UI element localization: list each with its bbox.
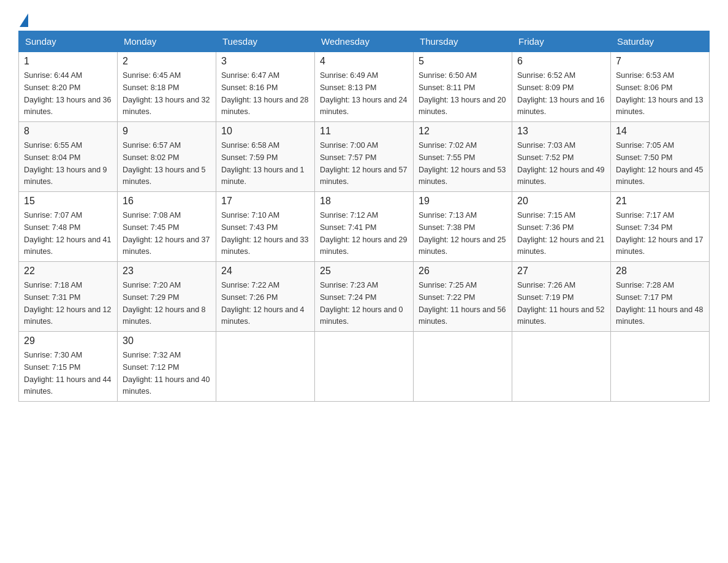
calendar-cell: 5 Sunrise: 6:50 AMSunset: 8:11 PMDayligh… [414, 52, 512, 122]
calendar-cell: 7 Sunrise: 6:53 AMSunset: 8:06 PMDayligh… [611, 52, 710, 122]
day-info: Sunrise: 6:44 AMSunset: 8:20 PMDaylight:… [24, 71, 111, 116]
weekday-header-row: SundayMondayTuesdayWednesdayThursdayFrid… [19, 31, 710, 52]
day-number: 6 [517, 56, 605, 67]
weekday-header-thursday: Thursday [414, 31, 512, 52]
day-info: Sunrise: 7:25 AMSunset: 7:22 PMDaylight:… [419, 281, 506, 326]
day-info: Sunrise: 7:15 AMSunset: 7:36 PMDaylight:… [517, 211, 604, 256]
day-info: Sunrise: 7:26 AMSunset: 7:19 PMDaylight:… [517, 281, 604, 326]
day-number: 26 [419, 266, 507, 277]
day-number: 29 [24, 335, 112, 347]
day-number: 25 [320, 266, 408, 277]
calendar-cell: 19 Sunrise: 7:13 AMSunset: 7:38 PMDaylig… [414, 192, 512, 262]
calendar-week-row: 1 Sunrise: 6:44 AMSunset: 8:20 PMDayligh… [19, 52, 710, 122]
calendar-cell: 10 Sunrise: 6:58 AMSunset: 7:59 PMDaylig… [216, 122, 315, 192]
day-info: Sunrise: 7:10 AMSunset: 7:43 PMDaylight:… [221, 211, 308, 256]
weekday-header-sunday: Sunday [19, 31, 118, 52]
day-number: 24 [221, 266, 309, 277]
day-number: 2 [123, 56, 211, 67]
calendar-cell: 24 Sunrise: 7:22 AMSunset: 7:26 PMDaylig… [216, 262, 315, 332]
day-info: Sunrise: 6:52 AMSunset: 8:09 PMDaylight:… [517, 71, 604, 116]
calendar-cell: 16 Sunrise: 7:08 AMSunset: 7:45 PMDaylig… [118, 192, 216, 262]
calendar-week-row: 8 Sunrise: 6:55 AMSunset: 8:04 PMDayligh… [19, 122, 710, 192]
calendar-cell: 9 Sunrise: 6:57 AMSunset: 8:02 PMDayligh… [118, 122, 216, 192]
calendar-cell: 13 Sunrise: 7:03 AMSunset: 7:52 PMDaylig… [512, 122, 611, 192]
day-info: Sunrise: 7:07 AMSunset: 7:48 PMDaylight:… [24, 211, 111, 256]
logo [18, 12, 28, 25]
day-number: 4 [320, 56, 408, 67]
calendar-cell: 12 Sunrise: 7:02 AMSunset: 7:55 PMDaylig… [414, 122, 512, 192]
calendar-cell: 1 Sunrise: 6:44 AMSunset: 8:20 PMDayligh… [19, 52, 118, 122]
day-number: 23 [123, 266, 211, 277]
calendar-cell: 21 Sunrise: 7:17 AMSunset: 7:34 PMDaylig… [611, 192, 710, 262]
day-info: Sunrise: 7:03 AMSunset: 7:52 PMDaylight:… [517, 141, 604, 186]
day-number: 11 [320, 126, 408, 137]
day-number: 1 [24, 56, 112, 67]
day-number: 8 [24, 126, 112, 137]
logo-triangle-icon [20, 13, 28, 27]
calendar-cell: 17 Sunrise: 7:10 AMSunset: 7:43 PMDaylig… [216, 192, 315, 262]
day-number: 18 [320, 196, 408, 207]
calendar-cell [315, 332, 414, 402]
day-info: Sunrise: 6:57 AMSunset: 8:02 PMDaylight:… [123, 141, 206, 186]
day-number: 15 [24, 196, 112, 207]
day-info: Sunrise: 6:50 AMSunset: 8:11 PMDaylight:… [419, 71, 506, 116]
day-number: 19 [419, 196, 507, 207]
calendar-cell: 29 Sunrise: 7:30 AMSunset: 7:15 PMDaylig… [19, 332, 118, 402]
day-info: Sunrise: 7:22 AMSunset: 7:26 PMDaylight:… [221, 281, 305, 326]
calendar-cell: 15 Sunrise: 7:07 AMSunset: 7:48 PMDaylig… [19, 192, 118, 262]
calendar-cell [414, 332, 512, 402]
calendar-cell [611, 332, 710, 402]
calendar-cell: 6 Sunrise: 6:52 AMSunset: 8:09 PMDayligh… [512, 52, 611, 122]
calendar-week-row: 15 Sunrise: 7:07 AMSunset: 7:48 PMDaylig… [19, 192, 710, 262]
calendar-cell: 27 Sunrise: 7:26 AMSunset: 7:19 PMDaylig… [512, 262, 611, 332]
calendar-cell: 8 Sunrise: 6:55 AMSunset: 8:04 PMDayligh… [19, 122, 118, 192]
calendar-table: SundayMondayTuesdayWednesdayThursdayFrid… [18, 31, 710, 402]
day-info: Sunrise: 6:45 AMSunset: 8:18 PMDaylight:… [123, 71, 210, 116]
weekday-header-friday: Friday [512, 31, 611, 52]
calendar-cell: 28 Sunrise: 7:28 AMSunset: 7:17 PMDaylig… [611, 262, 710, 332]
day-info: Sunrise: 6:58 AMSunset: 7:59 PMDaylight:… [221, 141, 305, 186]
day-number: 9 [123, 126, 211, 137]
day-number: 30 [123, 335, 211, 347]
calendar-cell: 22 Sunrise: 7:18 AMSunset: 7:31 PMDaylig… [19, 262, 118, 332]
day-info: Sunrise: 7:20 AMSunset: 7:29 PMDaylight:… [123, 281, 206, 326]
calendar-cell: 26 Sunrise: 7:25 AMSunset: 7:22 PMDaylig… [414, 262, 512, 332]
day-number: 5 [419, 56, 507, 67]
calendar-cell: 14 Sunrise: 7:05 AMSunset: 7:50 PMDaylig… [611, 122, 710, 192]
day-number: 21 [616, 196, 704, 207]
page-header [18, 12, 710, 25]
day-info: Sunrise: 7:32 AMSunset: 7:12 PMDaylight:… [123, 351, 210, 396]
day-number: 28 [616, 266, 704, 277]
day-number: 22 [24, 266, 112, 277]
day-info: Sunrise: 7:18 AMSunset: 7:31 PMDaylight:… [24, 281, 111, 326]
day-number: 12 [419, 126, 507, 137]
day-info: Sunrise: 6:53 AMSunset: 8:06 PMDaylight:… [616, 71, 703, 116]
day-number: 7 [616, 56, 704, 67]
calendar-cell: 11 Sunrise: 7:00 AMSunset: 7:57 PMDaylig… [315, 122, 414, 192]
calendar-cell: 20 Sunrise: 7:15 AMSunset: 7:36 PMDaylig… [512, 192, 611, 262]
calendar-cell: 23 Sunrise: 7:20 AMSunset: 7:29 PMDaylig… [118, 262, 216, 332]
day-info: Sunrise: 7:28 AMSunset: 7:17 PMDaylight:… [616, 281, 703, 326]
day-number: 3 [221, 56, 309, 67]
calendar-week-row: 29 Sunrise: 7:30 AMSunset: 7:15 PMDaylig… [19, 332, 710, 402]
day-number: 27 [517, 266, 605, 277]
calendar-cell: 3 Sunrise: 6:47 AMSunset: 8:16 PMDayligh… [216, 52, 315, 122]
day-info: Sunrise: 7:17 AMSunset: 7:34 PMDaylight:… [616, 211, 703, 256]
calendar-cell [216, 332, 315, 402]
calendar-cell: 25 Sunrise: 7:23 AMSunset: 7:24 PMDaylig… [315, 262, 414, 332]
day-number: 16 [123, 196, 211, 207]
weekday-header-wednesday: Wednesday [315, 31, 414, 52]
day-number: 14 [616, 126, 704, 137]
calendar-cell: 4 Sunrise: 6:49 AMSunset: 8:13 PMDayligh… [315, 52, 414, 122]
day-info: Sunrise: 6:55 AMSunset: 8:04 PMDaylight:… [24, 141, 107, 186]
day-info: Sunrise: 7:13 AMSunset: 7:38 PMDaylight:… [419, 211, 506, 256]
calendar-week-row: 22 Sunrise: 7:18 AMSunset: 7:31 PMDaylig… [19, 262, 710, 332]
calendar-cell: 2 Sunrise: 6:45 AMSunset: 8:18 PMDayligh… [118, 52, 216, 122]
day-number: 20 [517, 196, 605, 207]
day-info: Sunrise: 7:05 AMSunset: 7:50 PMDaylight:… [616, 141, 703, 186]
calendar-cell: 30 Sunrise: 7:32 AMSunset: 7:12 PMDaylig… [118, 332, 216, 402]
day-number: 17 [221, 196, 309, 207]
day-info: Sunrise: 6:49 AMSunset: 8:13 PMDaylight:… [320, 71, 407, 116]
day-info: Sunrise: 7:08 AMSunset: 7:45 PMDaylight:… [123, 211, 210, 256]
day-info: Sunrise: 6:47 AMSunset: 8:16 PMDaylight:… [221, 71, 308, 116]
